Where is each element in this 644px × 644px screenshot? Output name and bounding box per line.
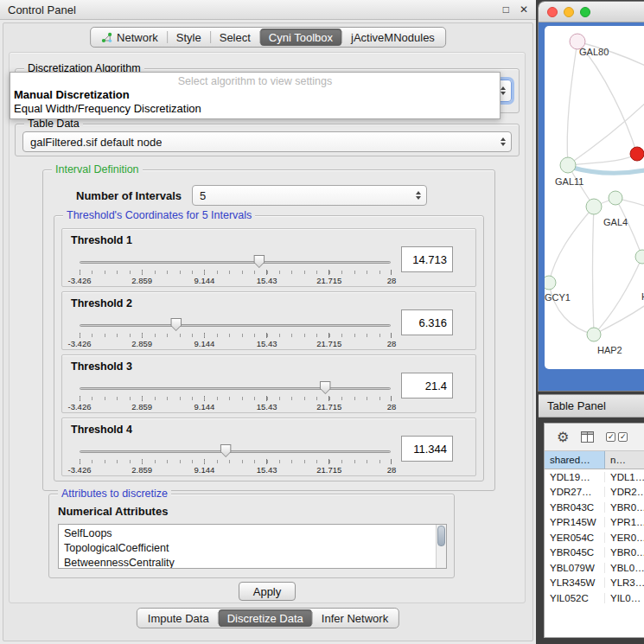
slider-thumb[interactable] [320,381,331,394]
network-node[interactable] [635,250,644,264]
threshold-value-field[interactable]: 6.316 [401,309,453,335]
scale-label: 21.715 [316,465,341,475]
network-node[interactable] [630,147,644,161]
cell-shared-name: YBR045C [545,547,605,558]
slider-thumb[interactable] [253,255,265,268]
apply-button[interactable]: Apply [239,582,296,601]
cell-name: YPR1… [605,517,644,527]
scale-label: 9.144 [194,339,215,348]
attributes-list[interactable]: SelfLoopsTopologicalCoefficientBetweenne… [58,524,447,569]
table-row[interactable]: YLR345W YLR3… [545,576,644,591]
zoom-traffic-light-icon[interactable] [580,7,590,17]
thresholds-list: Threshold 1 -3.4262.8599.14415.4321.7152… [54,216,483,476]
table-row[interactable]: YBR043C YBR0… [545,500,644,515]
cell-shared-name: YPR145W [545,517,605,527]
network-canvas[interactable]: GAL80GAL11GAL4GCY1HAP2H [545,26,644,369]
dropdown-placeholder: Select algorithm to view settings [10,73,500,88]
scale-label: 15.43 [257,402,277,411]
column-header-shared-name[interactable]: shared… [545,451,605,469]
tab-impute-data[interactable]: Impute Data [139,609,218,627]
network-canvas-svg: GAL80GAL11GAL4GCY1HAP2H [545,26,644,369]
dropdown-option[interactable]: Equal Width/Frequency Discretization [10,102,500,116]
columns-icon[interactable] [581,431,594,443]
table-row[interactable]: YPR145W YPR1… [545,515,644,531]
threshold-label: Threshold 2 [71,297,132,309]
close-traffic-light-icon[interactable] [547,7,558,17]
table-row[interactable]: YIL052C YIL0… [545,590,644,606]
tab-infer-network[interactable]: Infer Network [313,609,397,627]
tab-discretize-data[interactable]: Discretize Data [219,609,312,627]
cell-name: YLR3… [605,577,644,588]
threshold-slider[interactable] [80,444,391,458]
tab-select[interactable]: Select [211,29,259,46]
threshold-row: Threshold 4 -3.4262.8599.14415.4321.7152… [61,418,476,476]
scale-label: 21.715 [316,276,341,285]
scale-label: 28 [387,465,397,475]
table-row[interactable]: YBL079W YBL0… [545,560,644,576]
group-title-thresholds: Threshold's Coordinates for 5 Intervals [63,209,255,221]
minimize-traffic-light-icon[interactable] [564,7,574,17]
threshold-value-field[interactable]: 11.344 [401,436,453,462]
cell-shared-name: YER054C [545,532,605,543]
threshold-slider[interactable] [80,255,391,269]
network-node[interactable] [560,157,576,173]
number-of-intervals-value: 5 [200,189,206,202]
scale-label: 21.715 [316,339,341,348]
network-node-label: GAL80 [579,47,609,57]
close-icon[interactable]: ✕ [520,4,528,15]
slider-track[interactable] [80,324,391,327]
slider-scale: -3.4262.8599.14415.4321.71528 [80,465,392,475]
threshold-value-field[interactable]: 14.713 [401,246,453,272]
tab-label: Discretize Data [227,612,303,625]
network-node-label: GCY1 [545,292,571,303]
float-window-icon[interactable]: □ [503,4,509,15]
network-node[interactable] [586,199,602,214]
tab-style[interactable]: Style [168,29,210,46]
column-header-name[interactable]: n… [605,451,644,469]
table-row[interactable]: YBR045C YBR0… [545,545,644,561]
cell-shared-name: YDR27… [545,487,605,497]
scale-label: 2.859 [131,339,152,348]
table-row[interactable]: YDR27… YDR2… [545,485,644,501]
attribute-item[interactable]: TopologicalCoefficient [64,541,446,556]
window-title: Control Panel [8,3,76,16]
tab-cyni-toolbox[interactable]: Cyni Toolbox [260,29,341,46]
network-window-titlebar [539,2,644,22]
tab-label: Infer Network [322,612,388,625]
table-toolbar: ⚙ ✓ ✓ [545,424,644,451]
group-title-table-data: Table Data [24,118,83,130]
attribute-item[interactable]: BetweennessCentrality [64,556,446,569]
scale-label: -3.426 [68,339,92,348]
slider-thumb[interactable] [220,444,232,457]
network-node[interactable] [587,328,601,341]
scrollbar-thumb[interactable] [437,526,445,546]
tab-jactivemnodules[interactable]: jActiveMNodules [342,29,443,46]
combo-arrows-icon [501,86,506,95]
slider-track[interactable] [80,450,391,453]
table-data-select[interactable]: galFiltered.sif default node [22,131,512,152]
threshold-slider[interactable] [80,318,391,332]
network-node[interactable] [545,276,556,290]
interval-definition-group: Interval Definition Number of Intervals … [42,169,495,491]
scale-label: 2.859 [131,402,152,411]
dropdown-option[interactable]: Manual Discretization [10,88,500,102]
list-scrollbar[interactable] [436,525,446,568]
slider-track[interactable] [80,387,391,390]
group-title-attributes: Attributes to discretize [58,488,171,500]
attribute-item[interactable]: SelfLoops [64,526,446,541]
slider-track[interactable] [80,261,391,264]
table-row[interactable]: YER054C YER0… [545,530,644,545]
threshold-slider[interactable] [80,381,391,395]
tab-network[interactable]: Network [92,29,167,46]
scale-label: 15.43 [257,339,277,348]
threshold-value-field[interactable]: 21.4 [401,373,453,399]
slider-thumb[interactable] [170,318,182,331]
number-of-intervals-spinner[interactable]: 5 [192,185,427,206]
network-node[interactable] [609,191,622,205]
tab-label: Impute Data [148,612,209,625]
scale-label: -3.426 [68,402,92,411]
bottom-tab-bar: Impute DataDiscretize DataInfer Network [137,608,399,628]
table-row[interactable]: YDL19… YDL1… [545,469,644,485]
gear-icon[interactable]: ⚙ [557,430,569,444]
select-columns-icon[interactable]: ✓ ✓ [606,432,628,442]
